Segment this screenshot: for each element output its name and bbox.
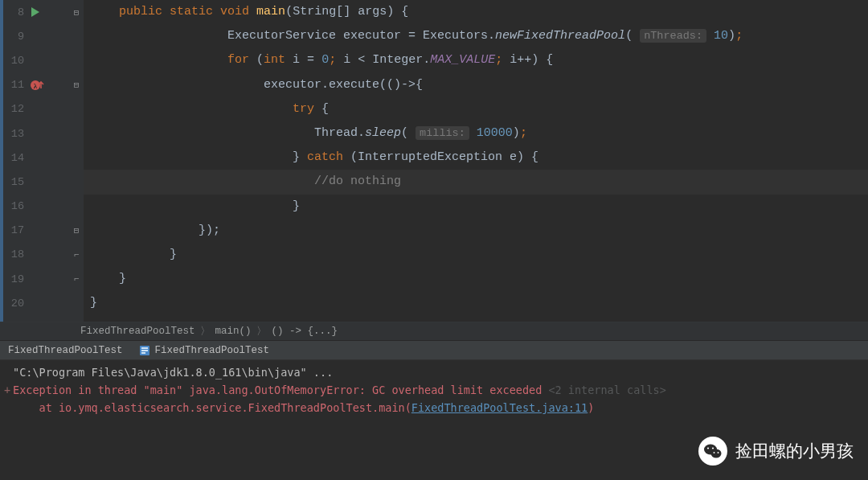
svg-point-10 [714,452,715,453]
parameter-hint: millis: [416,126,469,140]
svg-point-11 [718,452,719,453]
run-tab[interactable]: FixedThreadPoolTest [0,341,131,359]
run-tab-bar: FixedThreadPoolTest FixedThreadPoolTest [0,341,868,360]
code-text: } [293,150,307,164]
tab-label: FixedThreadPoolTest [155,345,270,356]
code-text: Thread. [314,126,365,140]
recursive-call-icon[interactable]: λ [31,79,45,92]
code-text: } [90,296,97,310]
internal-calls: <2 internal calls> [542,384,665,396]
line-number: 19 [3,273,26,285]
line-number: 16 [3,200,26,212]
line-number: 18 [3,248,26,261]
line-number: 13 [3,128,26,140]
source-link[interactable]: FixedThreadPoolTest.java:11 [411,401,588,414]
code-text: ( [256,53,264,67]
number: 10000 [477,126,513,140]
code-text: ExecutorService executor = Executors. [227,29,495,43]
keyword: public [119,5,162,18]
code-text: (InterruptedException e) { [343,150,538,164]
constant: MAX_VALUE [430,53,495,67]
fold-end-icon[interactable]: ⊟ [74,225,80,236]
code-text: ) [728,29,735,43]
fold-end-icon[interactable]: ⌐ [74,250,80,260]
tab-label: FixedThreadPoolTest [8,345,123,356]
line-number: 11 [3,79,26,91]
semicolon: ; [735,29,743,43]
code-text: ) [513,126,520,140]
svg-rect-5 [141,352,145,354]
watermark: 捡田螺的小男孩 [698,437,854,466]
code-text: i < Integer. [336,53,430,67]
code-text: } [119,272,126,285]
svg-point-7 [711,449,722,458]
class-file-icon [139,345,150,356]
number: 10 [714,29,728,43]
code-text: (String[] args) { [285,5,408,18]
code-text: ( [625,29,633,43]
line-number: 20 [3,297,26,310]
error-line: Exception in thread "main" java.lang.Out… [13,384,542,396]
line-number: 15 [3,176,26,188]
code-text: }); [199,224,220,237]
stacktrace-line: ) [588,401,594,414]
keyword: catch [307,150,343,164]
stacktrace-line: at io.ymq.elasticsearch.service.FixedThr… [13,401,411,414]
line-number: 17 [3,224,26,236]
run-icon[interactable] [31,6,40,18]
svg-rect-3 [141,347,148,349]
fold-end-icon[interactable]: ⌐ [74,274,80,284]
console-line: "C:\Program Files\Java\jdk1.8.0_161\bin\… [13,366,333,379]
wechat-icon [698,437,727,466]
watermark-text: 捡田螺的小男孩 [735,440,854,462]
number: 0 [321,53,329,67]
run-tab[interactable]: FixedThreadPoolTest [131,341,278,359]
keyword: int [264,53,285,67]
fold-icon[interactable]: ⊟ [74,7,80,18]
keyword: for [227,53,249,67]
console-output[interactable]: "C:\Program Files\Java\jdk1.8.0_161\bin\… [0,360,868,420]
code-text: i = [293,53,321,67]
breadcrumb-item[interactable]: () -> {...} [272,326,338,337]
code-text: { [314,102,329,116]
svg-text:λ: λ [34,81,38,89]
static-call: sleep [365,126,401,140]
keyword: void [220,5,249,18]
code-text: } [170,248,177,261]
semicolon: ; [329,53,336,67]
code-text: } [293,199,300,213]
svg-rect-4 [141,350,148,351]
semicolon: ; [520,126,527,140]
code-area[interactable]: public static void main(String[] args) {… [84,0,868,322]
breadcrumb-item[interactable]: main() [215,326,252,337]
comment: //do nothing [314,174,401,188]
svg-point-9 [712,447,714,449]
expand-icon[interactable]: + [2,381,13,399]
breadcrumb-item[interactable]: FixedThreadPoolTest [80,326,195,337]
line-number: 8 [3,6,26,18]
chevron-right-icon: 〉 [256,325,267,338]
keyword: try [293,102,314,116]
breadcrumb[interactable]: FixedThreadPoolTest 〉 main() 〉 () -> {..… [0,322,868,341]
svg-point-8 [707,447,709,449]
chevron-right-icon: 〉 [200,325,211,338]
fold-icon[interactable]: ⊟ [74,80,80,90]
gutter: 8 ⊟ 9 10 11 λ ⊟ 12 [3,0,84,322]
line-number: 10 [3,55,26,67]
expand-icon[interactable] [2,363,13,381]
code-text: executor.execute(()->{ [264,78,423,92]
keyword: static [170,5,213,18]
line-number: 9 [3,31,26,43]
method-name: main [256,5,285,18]
code-text: ( [401,126,408,140]
code-editor[interactable]: 8 ⊟ 9 10 11 λ ⊟ 12 [0,0,868,322]
static-call: newFixedThreadPool [495,29,625,43]
semicolon: ; [495,53,502,67]
line-number: 14 [3,152,26,164]
line-number: 12 [3,103,26,115]
parameter-hint: nThreads: [640,29,706,43]
code-text: i++) { [502,53,553,67]
